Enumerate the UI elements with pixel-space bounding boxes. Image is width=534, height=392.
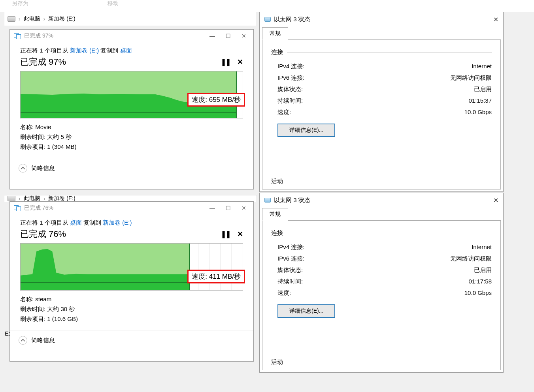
- window-title: 已完成 76%: [24, 204, 53, 212]
- section-activity: 活动: [271, 178, 283, 185]
- duration-value: 01:15:37: [469, 97, 492, 105]
- close-button[interactable]: ✕: [238, 205, 249, 211]
- close-button[interactable]: ✕: [493, 197, 498, 204]
- speed-badge: 速度: 411 MB/秒: [187, 270, 245, 283]
- chevron-right-icon: ›: [43, 16, 45, 22]
- duration-value: 01:17:58: [469, 278, 492, 285]
- ipv6-label: IPv6 连接:: [277, 74, 304, 82]
- chevron-right-icon: ›: [19, 195, 21, 202]
- cancel-button[interactable]: ✕: [237, 230, 243, 238]
- less-details-label[interactable]: 简略信息: [31, 337, 55, 344]
- media-value: 已启用: [474, 86, 492, 93]
- tab-general[interactable]: 常规: [262, 27, 288, 40]
- title-bar: 已完成 76% — ☐ ✕: [10, 202, 253, 214]
- tab-content: 连接 IPv4 连接:Internet IPv6 连接:无网络访问权限 媒体状态…: [262, 220, 501, 370]
- breadcrumb-part[interactable]: 新加卷 (E:): [48, 15, 75, 23]
- window-title: 以太网 3 状态: [274, 197, 310, 204]
- speed-chart: 速度: 655 MB/秒: [20, 71, 243, 118]
- breadcrumb-part[interactable]: 此电脑: [24, 15, 40, 23]
- speed-chart: 速度: 411 MB/秒: [20, 243, 243, 291]
- copy-description: 正在将 1 个项目从 新加卷 (E:) 复制到 桌面: [20, 47, 243, 54]
- window-title: 以太网 3 状态: [274, 16, 310, 23]
- details-button[interactable]: 详细信息(E)...: [277, 304, 335, 318]
- chevron-up-icon: [21, 338, 25, 343]
- pause-button[interactable]: ❚❚: [221, 230, 230, 238]
- network-icon: [264, 17, 271, 22]
- duration-label: 持续时间:: [277, 278, 303, 285]
- ipv4-label: IPv4 连接:: [277, 244, 304, 251]
- media-label: 媒体状态:: [277, 86, 303, 93]
- copy-dialog-2: 已完成 76% — ☐ ✕ 正在将 1 个项目从 桌面 复制到 新加卷 (E:)…: [9, 201, 254, 362]
- details-button[interactable]: 详细信息(E)...: [277, 124, 335, 137]
- breadcrumb-top[interactable]: › 此电脑 › 新加卷 (E:): [4, 12, 257, 26]
- ipv6-label: IPv6 连接:: [277, 255, 304, 263]
- cancel-button[interactable]: ✕: [237, 58, 243, 66]
- ethernet-status-dialog-2: 以太网 3 状态 ✕ 常规 连接 IPv4 连接:Internet IPv6 连…: [259, 193, 504, 373]
- ethernet-status-dialog-1: 以太网 3 状态 ✕ 常规 连接 IPv4 连接:Internet IPv6 连…: [259, 12, 504, 192]
- close-button[interactable]: ✕: [238, 33, 249, 39]
- collapse-button[interactable]: [19, 336, 27, 345]
- chevron-up-icon: [21, 166, 25, 171]
- copy-meta: 名称: Movie 剩余时间: 大约 5 秒 剩余项目: 1 (304 MB): [20, 122, 243, 152]
- copy-dialog-1: 已完成 97% — ☐ ✕ 正在将 1 个项目从 新加卷 (E:) 复制到 桌面…: [9, 29, 254, 189]
- network-icon: [264, 198, 271, 203]
- chevron-right-icon: ›: [19, 16, 21, 22]
- title-bar: 以太网 3 状态 ✕: [260, 12, 503, 26]
- ipv4-value: Internet: [472, 63, 492, 70]
- section-connection: 连接: [271, 49, 283, 56]
- media-value: 已启用: [474, 266, 492, 274]
- copy-icon: [14, 205, 21, 211]
- window-title: 已完成 97%: [24, 32, 53, 39]
- progress-heading: 已完成 76%: [20, 228, 66, 240]
- minimize-button[interactable]: —: [207, 205, 218, 211]
- ribbon-item: 移动: [108, 0, 119, 12]
- ribbon: 另存为 移动: [0, 0, 534, 12]
- dest-link[interactable]: 桌面: [120, 47, 132, 54]
- section-connection: 连接: [271, 229, 283, 237]
- title-bar: 以太网 3 状态 ✕: [260, 193, 503, 207]
- speed-label: 速度:: [277, 289, 291, 297]
- speed-value: 10.0 Gbps: [464, 289, 492, 297]
- ipv6-value: 无网络访问权限: [450, 255, 492, 263]
- speed-badge: 速度: 655 MB/秒: [187, 93, 245, 107]
- duration-label: 持续时间:: [277, 97, 303, 105]
- ribbon-item: 另存为: [12, 0, 28, 12]
- tab-content: 连接 IPv4 连接:Internet IPv6 连接:无网络访问权限 媒体状态…: [262, 39, 501, 189]
- copy-icon: [14, 33, 21, 39]
- maximize-button[interactable]: ☐: [223, 205, 234, 211]
- less-details-label[interactable]: 简略信息: [31, 165, 55, 172]
- close-button[interactable]: ✕: [493, 16, 498, 23]
- section-activity: 活动: [271, 358, 283, 366]
- tab-general[interactable]: 常规: [262, 208, 288, 221]
- collapse-button[interactable]: [19, 164, 27, 173]
- media-label: 媒体状态:: [277, 266, 303, 274]
- maximize-button[interactable]: ☐: [223, 33, 234, 39]
- pause-button[interactable]: ❚❚: [221, 58, 230, 66]
- source-link[interactable]: 新加卷 (E:): [70, 47, 99, 54]
- copy-meta: 名称: steam 剩余时间: 大约 30 秒 剩余项目: 1 (10.6 GB…: [20, 294, 243, 324]
- speed-label: 速度:: [277, 109, 291, 116]
- minimize-button[interactable]: —: [207, 33, 218, 39]
- source-link[interactable]: 桌面: [70, 219, 82, 226]
- ipv4-label: IPv4 连接:: [277, 63, 304, 70]
- dest-link[interactable]: 新加卷 (E:): [103, 219, 132, 226]
- ipv4-value: Internet: [472, 244, 492, 251]
- chevron-right-icon: ›: [43, 195, 45, 202]
- copy-description: 正在将 1 个项目从 桌面 复制到 新加卷 (E:): [20, 219, 243, 227]
- drive-icon: [8, 196, 15, 201]
- drive-icon: [8, 16, 15, 22]
- title-bar: 已完成 97% — ☐ ✕: [10, 30, 253, 42]
- drive-letter-hint: E:: [5, 330, 10, 337]
- progress-heading: 已完成 97%: [20, 56, 66, 68]
- speed-value: 10.0 Gbps: [464, 109, 492, 116]
- ipv6-value: 无网络访问权限: [450, 74, 492, 82]
